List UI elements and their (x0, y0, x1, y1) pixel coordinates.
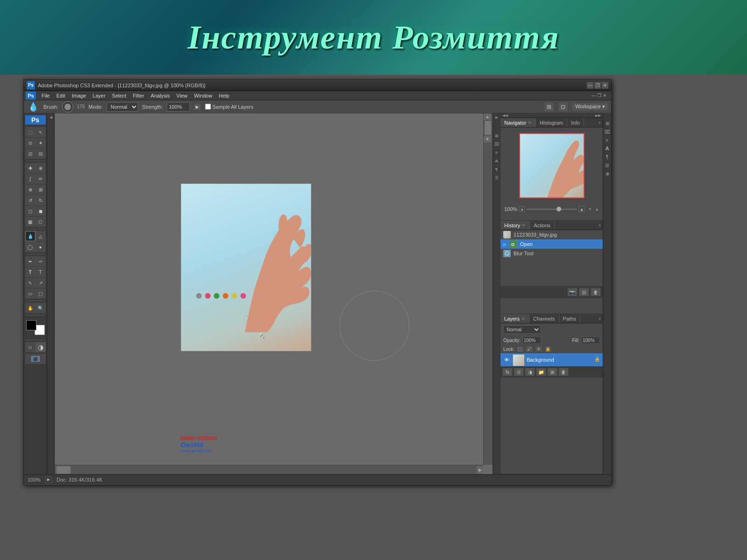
tab-layers[interactable]: Layers ✕ (500, 314, 529, 323)
lock-all-btn[interactable]: 🔒 (544, 346, 552, 352)
menu-edit[interactable]: Edit (54, 92, 68, 99)
history-item-open[interactable]: ▶ O Open (500, 239, 603, 249)
rs-icon-para[interactable]: ¶ (493, 166, 500, 173)
history-item-file[interactable]: 11223033_fdgv.jpg (500, 230, 603, 239)
zoom-slider[interactable] (527, 209, 577, 210)
lasso-tool[interactable]: ⊙ (25, 138, 35, 148)
navigator-preview[interactable] (519, 133, 585, 198)
brush-tool[interactable]: ∫ (25, 174, 35, 184)
gradient-tool[interactable]: ▦ (25, 217, 35, 227)
tab-info[interactable]: Info (567, 118, 584, 127)
zoom-mountain-large[interactable]: ▲ (578, 206, 585, 212)
h-scroll-right[interactable]: ▶ (477, 466, 483, 474)
opacity-input[interactable] (522, 336, 541, 344)
art-history-brush-tool[interactable]: ↻ (35, 195, 46, 205)
direct-selection-tool[interactable]: ↗ (35, 278, 46, 288)
layer-styles-btn[interactable]: fx (502, 368, 513, 376)
history-new-snapshot[interactable]: 📷 (567, 288, 578, 296)
vertical-type-tool[interactable]: T (35, 267, 46, 277)
healing-brush-tool[interactable]: ✚ (25, 163, 35, 173)
panels-collapse-right[interactable]: ▶▶ (595, 113, 601, 118)
tab-navigator[interactable]: Navigator ✕ (500, 118, 536, 127)
v-scroll-up[interactable]: ▲ (484, 113, 491, 120)
rounded-rect-tool[interactable]: ▢ (35, 288, 46, 299)
far-right-icon-3[interactable]: ≡ (604, 137, 611, 143)
layer-item-background[interactable]: 👁 (500, 353, 603, 366)
workspace-button[interactable]: Workspace ▾ (572, 102, 608, 111)
path-selection-tool[interactable]: ↖ (25, 278, 35, 288)
crop-tool[interactable]: ⊡ (25, 148, 35, 159)
layout-icon[interactable]: ⊞ (544, 102, 554, 112)
patch-tool[interactable]: ⊗ (35, 163, 46, 173)
strength-input[interactable]: 100% (167, 102, 190, 112)
bg-eraser-tool[interactable]: ◼ (35, 206, 46, 216)
v-scroll-thumb[interactable] (485, 121, 491, 135)
vertical-scrollbar[interactable]: ▲ ▼ (483, 113, 493, 465)
sample-all-label[interactable]: Sample All Layers (205, 104, 254, 110)
hand-tool[interactable]: ✋ (25, 303, 35, 313)
blur-tool[interactable]: 💧 (25, 231, 35, 241)
rs-icon-1[interactable]: ⊞ (493, 133, 500, 139)
sharpen-tool[interactable]: △ (35, 231, 46, 241)
history-new-document[interactable]: ⊡ (579, 288, 589, 296)
adjustment-layer-btn[interactable]: ◑ (525, 368, 535, 376)
rs-icon-2[interactable]: ⌧ (493, 141, 500, 147)
freeform-pen-tool[interactable]: ✑ (35, 256, 46, 266)
type-tool[interactable]: T (25, 267, 35, 277)
close-button[interactable]: ✕ (602, 82, 608, 89)
layers-panel-menu[interactable]: ≡ (597, 314, 603, 323)
menu-filter[interactable]: Filter (130, 92, 147, 99)
panels-collapse-left[interactable]: ◀◀ (502, 113, 508, 118)
sample-all-checkbox[interactable] (205, 104, 211, 110)
nav-up-arrow[interactable]: ▲ (595, 207, 599, 211)
pattern-stamp-tool[interactable]: ⊞ (35, 184, 46, 195)
far-right-icon-para[interactable]: ¶ (604, 154, 611, 160)
far-right-icon-menu[interactable]: ☰ (604, 162, 611, 168)
menu-layer[interactable]: Layer (90, 92, 108, 99)
history-delete[interactable]: 🗑 (591, 288, 601, 296)
group-layer-btn[interactable]: 📁 (536, 368, 546, 376)
far-right-icon-1[interactable]: ⊞ (604, 120, 611, 126)
layers-close-icon[interactable]: ✕ (521, 316, 525, 321)
move-tool[interactable]: ↖ (35, 127, 46, 137)
tab-history[interactable]: History ✕ (500, 221, 530, 230)
v-scroll-down[interactable]: ▼ (484, 136, 491, 142)
far-right-icon-2[interactable]: ⌧ (604, 128, 611, 135)
canvas-area[interactable]: ♡ · · · · · · · DEMO VERSION GeoVid www.… (55, 113, 493, 474)
menu-view[interactable]: View (174, 92, 190, 99)
zoom-details-btn[interactable]: ▶ (45, 476, 52, 483)
rectangle-tool[interactable]: ▭ (25, 288, 35, 299)
h-scroll-thumb[interactable] (56, 466, 70, 474)
far-right-icon-plus[interactable]: ⊕ (604, 170, 611, 177)
eraser-tool[interactable]: ◻ (25, 206, 35, 216)
navigator-panel-menu[interactable]: ≡ (597, 118, 603, 127)
far-right-icon-A[interactable]: A (604, 145, 611, 152)
new-layer-btn[interactable]: ⊞ (547, 368, 557, 376)
rs-icon-menu[interactable]: ☰ (493, 175, 500, 181)
zoom-mountain-small[interactable]: ▲ (519, 206, 525, 212)
screen-mode[interactable]: ⬛ (25, 354, 46, 364)
zoom-tool[interactable]: 🔍 (35, 303, 46, 313)
collapse-left-arrow[interactable]: ◀ (49, 115, 52, 119)
brush-preview[interactable] (62, 101, 73, 112)
marquee-tool[interactable]: ⬚ (25, 127, 35, 137)
quickmask-mode[interactable]: ◑ (35, 342, 46, 352)
delete-layer-btn[interactable]: 🗑 (558, 368, 569, 376)
color-swatches[interactable] (25, 319, 46, 336)
foreground-color[interactable] (26, 320, 36, 330)
menu-image[interactable]: Image (69, 92, 89, 99)
menu-file[interactable]: File (39, 92, 53, 99)
slice-tool[interactable]: ⊟ (35, 148, 46, 159)
tab-paths[interactable]: Paths (559, 314, 580, 323)
fill-input[interactable] (581, 336, 600, 344)
lock-transparent-btn[interactable]: ⬚ (516, 346, 524, 352)
history-brush-tool[interactable]: ↺ (25, 195, 35, 205)
menu-window[interactable]: Window (191, 92, 215, 99)
magic-wand-tool[interactable]: ✦ (35, 138, 46, 148)
layer-mask-btn[interactable]: ⊙ (514, 368, 524, 376)
collapse-right-arrow[interactable]: ▶ (495, 115, 498, 119)
menu-analysis[interactable]: Analysis (148, 92, 173, 99)
lock-position-btn[interactable]: ✛ (535, 346, 543, 352)
nav-down-arrow[interactable]: ▼ (587, 207, 593, 211)
restore-button[interactable]: ❐ (594, 82, 601, 89)
